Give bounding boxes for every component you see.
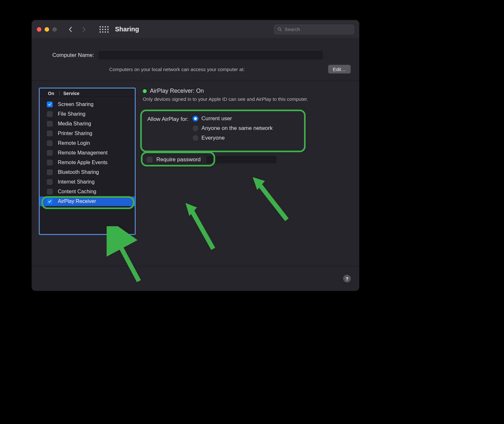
service-checkbox[interactable] — [47, 150, 53, 156]
allow-option-label: Everyone — [202, 135, 225, 141]
allow-option-radio[interactable] — [193, 116, 198, 122]
service-row[interactable]: Screen Sharing — [40, 100, 135, 109]
service-checkbox[interactable] — [47, 140, 53, 146]
allow-airplay-group: Allow AirPlay for: Current userAnyone on… — [143, 113, 352, 144]
edit-hostname-button[interactable]: Edit… — [328, 65, 351, 74]
service-checkbox[interactable] — [47, 160, 53, 165]
svg-line-1 — [280, 30, 282, 31]
zoom-window-button[interactable] — [52, 27, 57, 32]
status-indicator-icon — [143, 89, 147, 93]
service-checkbox[interactable] — [47, 131, 53, 136]
services-header: On Service — [40, 89, 135, 98]
require-password-label: Require password — [156, 156, 201, 163]
service-label: Bluetooth Sharing — [58, 169, 99, 175]
service-row[interactable]: Internet Sharing — [40, 177, 135, 187]
local-network-hint: Computers on your local network can acce… — [109, 67, 245, 72]
forward-button[interactable] — [79, 25, 89, 34]
column-on: On — [43, 91, 59, 96]
allow-option-label: Current user — [202, 115, 232, 122]
allow-airplay-label: Allow AirPlay for: — [147, 115, 189, 141]
allow-option-radio[interactable] — [193, 135, 198, 141]
computer-name-section: Computer Name: Computers on your local n… — [32, 39, 359, 80]
status-description: Only devices signed in to your Apple ID … — [143, 96, 352, 102]
services-table[interactable]: On Service Screen SharingFile SharingMed… — [39, 88, 136, 235]
service-row[interactable]: Printer Sharing — [40, 129, 135, 138]
footer: ? — [32, 266, 359, 291]
service-checkbox[interactable] — [47, 101, 53, 107]
require-password-checkbox[interactable] — [147, 157, 152, 163]
allow-option-row[interactable]: Current user — [193, 115, 273, 122]
service-label: Remote Management — [58, 150, 108, 156]
service-label: Screen Sharing — [58, 101, 93, 107]
allow-option-label: Anyone on the same network — [202, 125, 273, 132]
main-content: On Service Screen SharingFile SharingMed… — [32, 80, 359, 266]
service-checkbox[interactable] — [47, 189, 53, 195]
allow-option-row[interactable]: Anyone on the same network — [193, 125, 273, 132]
service-row[interactable]: AirPlay Receiver — [40, 196, 135, 206]
service-checkbox[interactable] — [47, 111, 53, 117]
service-checkbox[interactable] — [47, 121, 53, 127]
back-button[interactable] — [66, 25, 75, 34]
service-row[interactable]: File Sharing — [40, 109, 135, 119]
sharing-prefpane-window: Sharing Computer Name: Computers on your… — [32, 20, 359, 291]
service-label: AirPlay Receiver — [58, 198, 96, 204]
status-title: AirPlay Receiver: On — [150, 88, 204, 94]
allow-option-row[interactable]: Everyone — [193, 135, 273, 141]
service-label: Content Caching — [58, 189, 96, 195]
service-row[interactable]: Remote Login — [40, 138, 135, 148]
search-field[interactable] — [274, 25, 354, 34]
service-checkbox[interactable] — [47, 169, 53, 175]
grid-icon — [100, 26, 109, 33]
service-row[interactable]: Media Sharing — [40, 119, 135, 129]
service-label: Printer Sharing — [58, 131, 92, 136]
computer-name-label: Computer Name: — [52, 52, 94, 58]
services-list: Screen SharingFile SharingMedia SharingP… — [40, 98, 135, 234]
require-password-input[interactable] — [206, 155, 277, 164]
page-title: Sharing — [115, 26, 139, 33]
close-window-button[interactable] — [37, 27, 41, 32]
column-service: Service — [63, 91, 79, 96]
allow-option-radio[interactable] — [193, 125, 198, 131]
show-all-button[interactable] — [100, 25, 109, 34]
search-icon — [278, 27, 282, 32]
service-label: Media Sharing — [58, 121, 91, 127]
search-input[interactable] — [285, 26, 351, 32]
service-row[interactable]: Remote Apple Events — [40, 158, 135, 167]
toolbar: Sharing — [32, 20, 359, 39]
service-checkbox[interactable] — [47, 198, 53, 204]
service-checkbox[interactable] — [47, 179, 53, 185]
service-detail: AirPlay Receiver: On Only devices signed… — [143, 88, 352, 259]
window-controls — [37, 27, 57, 32]
service-label: Internet Sharing — [58, 179, 95, 185]
service-label: File Sharing — [58, 111, 85, 117]
service-row[interactable]: Remote Management — [40, 148, 135, 158]
help-button[interactable]: ? — [343, 275, 351, 282]
minimize-window-button[interactable] — [45, 27, 49, 32]
service-row[interactable]: Bluetooth Sharing — [40, 167, 135, 177]
computer-name-input[interactable] — [98, 50, 323, 60]
service-row[interactable]: Content Caching — [40, 187, 135, 196]
service-label: Remote Apple Events — [58, 160, 108, 165]
column-divider — [59, 91, 59, 96]
service-label: Remote Login — [58, 140, 90, 146]
